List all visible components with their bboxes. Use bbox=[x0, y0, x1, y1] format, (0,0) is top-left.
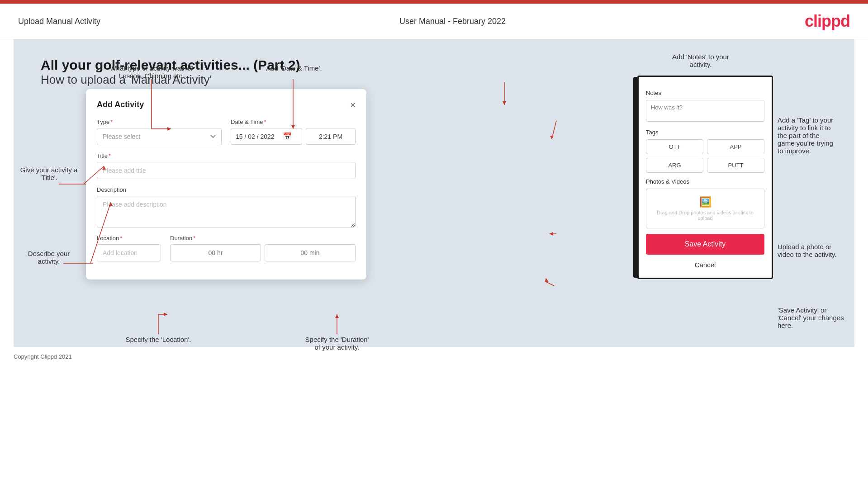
time-input[interactable] bbox=[306, 128, 356, 145]
tags-grid: OTT APP ARG PUTT bbox=[646, 139, 764, 173]
photos-upload-area[interactable]: 🖼️ Drag and Drop photos and videos or cl… bbox=[646, 189, 764, 228]
tag-ott[interactable]: OTT bbox=[646, 139, 703, 154]
duration-min-input[interactable] bbox=[265, 244, 356, 261]
title-input[interactable] bbox=[97, 162, 356, 179]
svg-marker-15 bbox=[335, 314, 339, 318]
top-bar bbox=[0, 0, 868, 4]
annotation-save-cancel: 'Save Activity' or 'Cancel' your changes… bbox=[778, 306, 868, 329]
annotation-upload: Upload a photo or video to the activity. bbox=[778, 243, 868, 258]
annotation-describe: Describe your activity. bbox=[17, 250, 81, 265]
modal-header: Add Activity × bbox=[97, 100, 356, 109]
add-activity-modal: Add Activity × Type* Please select Date … bbox=[86, 89, 366, 280]
upload-icon: 🖼️ bbox=[699, 196, 711, 208]
datetime-label: Date & Time* bbox=[231, 118, 356, 125]
location-label: Location* bbox=[97, 235, 161, 242]
svg-marker-19 bbox=[550, 136, 554, 139]
svg-marker-17 bbox=[503, 101, 506, 105]
date-input[interactable] bbox=[236, 133, 281, 140]
duration-label: Duration* bbox=[170, 235, 356, 242]
svg-marker-13 bbox=[164, 313, 167, 316]
date-input-wrap: 📅 bbox=[231, 128, 302, 145]
duration-inputs bbox=[170, 244, 356, 261]
annotation-location: Specify the 'Location'. bbox=[113, 336, 204, 343]
location-input[interactable] bbox=[97, 244, 161, 261]
header-center-label: User Manual - February 2022 bbox=[399, 17, 506, 26]
header-left-label: Upload Manual Activity bbox=[18, 17, 100, 26]
annotation-notes: Add 'Notes' to your activity. bbox=[655, 53, 746, 68]
modal-title: Add Activity bbox=[97, 100, 144, 109]
datetime-inputs: 📅 bbox=[231, 128, 356, 145]
notes-section-label: Notes bbox=[646, 90, 764, 96]
header: Upload Manual Activity User Manual - Feb… bbox=[0, 4, 868, 39]
form-group-type: Type* Please select bbox=[97, 118, 222, 145]
form-group-location: Location* bbox=[97, 235, 161, 261]
form-group-duration: Duration* bbox=[170, 235, 356, 261]
annotation-give-title: Give your activity a 'Title'. bbox=[17, 166, 81, 181]
title-label: Title* bbox=[97, 152, 356, 159]
form-group-datetime: Date & Time* 📅 bbox=[231, 118, 356, 145]
type-select[interactable]: Please select bbox=[97, 128, 222, 145]
description-label: Description bbox=[97, 186, 356, 193]
upload-text: Drag and Drop photos and videos or click… bbox=[654, 210, 757, 221]
phone-panel: Add 'Notes' to your activity. Add a 'Tag… bbox=[637, 76, 773, 279]
svg-line-22 bbox=[545, 281, 554, 286]
save-activity-button[interactable]: Save Activity bbox=[646, 234, 764, 255]
tag-arg[interactable]: ARG bbox=[646, 158, 703, 173]
annotation-duration: Specify the 'Duration' of your activity. bbox=[280, 336, 394, 351]
form-group-description: Description bbox=[97, 186, 356, 227]
tag-app[interactable]: APP bbox=[707, 139, 764, 154]
annotation-date-time: Add 'Date & Time'. bbox=[253, 64, 335, 72]
form-row-type-date: Type* Please select Date & Time* 📅 bbox=[97, 118, 356, 145]
copyright: Copyright Clippd 2021 bbox=[14, 353, 72, 360]
notes-textarea[interactable] bbox=[646, 100, 764, 122]
main-content: All your golf-relevant activities... (Pa… bbox=[14, 39, 854, 347]
type-label: Type* bbox=[97, 118, 222, 125]
modal-close-button[interactable]: × bbox=[350, 100, 356, 109]
phone-screen: Notes Tags OTT APP ARG PUTT Photos & Vid… bbox=[637, 76, 773, 279]
annotation-tag: Add a 'Tag' to your activity to link it … bbox=[778, 116, 868, 155]
logo: clippd bbox=[805, 12, 850, 31]
annotation-what-type: What type of activity was it? Lesson, Ch… bbox=[106, 64, 197, 80]
form-group-title: Title* bbox=[97, 152, 356, 179]
svg-marker-23 bbox=[545, 278, 549, 282]
form-row-location-duration: Location* Duration* bbox=[97, 235, 356, 261]
photos-label: Photos & Videos bbox=[646, 178, 764, 185]
footer: Copyright Clippd 2021 bbox=[0, 347, 868, 366]
calendar-icon: 📅 bbox=[283, 132, 292, 141]
svg-marker-21 bbox=[550, 232, 553, 236]
tag-putt[interactable]: PUTT bbox=[707, 158, 764, 173]
cancel-link[interactable]: Cancel bbox=[646, 259, 764, 270]
tags-label: Tags bbox=[646, 129, 764, 136]
duration-hr-input[interactable] bbox=[170, 244, 261, 261]
description-textarea[interactable] bbox=[97, 196, 356, 227]
svg-line-18 bbox=[552, 121, 556, 139]
